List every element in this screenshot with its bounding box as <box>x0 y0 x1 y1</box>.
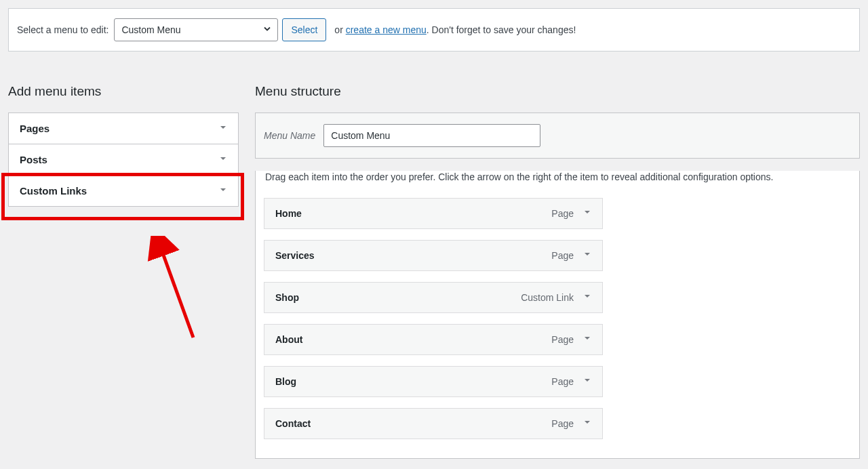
select-menu-label: Select a menu to edit: <box>17 24 108 35</box>
caret-down-icon[interactable] <box>583 250 591 260</box>
menu-items-list: Home Page Services Page Shop Custom Link… <box>264 198 603 439</box>
accordion-custom-links[interactable]: Custom Links <box>9 176 238 206</box>
menu-item-title: Blog <box>275 376 296 387</box>
menu-structure-title: Menu structure <box>255 84 860 99</box>
menu-name-row: Menu Name <box>255 113 860 159</box>
menu-name-label: Menu Name <box>264 130 315 141</box>
menu-item[interactable]: Contact Page <box>264 408 603 439</box>
menu-item-type: Page <box>551 376 574 387</box>
caret-down-icon[interactable] <box>583 376 591 386</box>
menu-item[interactable]: About Page <box>264 324 603 355</box>
menu-item-type: Custom Link <box>521 292 574 303</box>
caret-down-icon[interactable] <box>583 418 591 428</box>
menu-item-title: Shop <box>275 292 299 303</box>
save-reminder-text: . Don't forget to save your changes! <box>427 24 576 35</box>
accordion-label: Posts <box>20 154 47 165</box>
caret-down-icon[interactable] <box>583 292 591 302</box>
caret-down-icon <box>219 186 227 196</box>
menu-select-bar: Select a menu to edit: Custom Menu Selec… <box>8 8 860 52</box>
menu-item-title: Services <box>275 250 315 261</box>
drag-instructions: Drag each item into the order you prefer… <box>265 171 850 184</box>
add-menu-items-title: Add menu items <box>8 84 239 99</box>
menu-select-dropdown[interactable]: Custom Menu <box>114 18 278 41</box>
accordion-posts[interactable]: Posts <box>9 144 238 176</box>
caret-down-icon <box>219 123 227 134</box>
accordion-label: Pages <box>20 123 50 134</box>
menu-item-type: Page <box>551 334 574 345</box>
menu-item-type: Page <box>551 418 574 429</box>
add-items-accordion: Pages Posts Custom Links <box>8 113 239 207</box>
accordion-label: Custom Links <box>20 185 87 197</box>
menu-item[interactable]: Home Page <box>264 198 603 229</box>
menu-item[interactable]: Shop Custom Link <box>264 282 603 313</box>
caret-down-icon[interactable] <box>583 334 591 344</box>
menu-item-title: Contact <box>275 418 311 429</box>
caret-down-icon <box>219 155 227 165</box>
create-new-menu-link[interactable]: create a new menu <box>346 24 427 35</box>
select-button[interactable]: Select <box>282 18 326 41</box>
menu-item[interactable]: Services Page <box>264 240 603 271</box>
menu-structure-body: Drag each item into the order you prefer… <box>255 171 860 459</box>
menu-item-type: Page <box>551 208 574 219</box>
menu-item-title: Home <box>275 208 302 219</box>
menu-item-type: Page <box>551 250 574 261</box>
menu-item-title: About <box>275 334 302 345</box>
menu-item[interactable]: Blog Page <box>264 366 603 397</box>
accordion-pages[interactable]: Pages <box>9 113 238 144</box>
or-text: or create a new menu. Don't forget to sa… <box>334 24 576 35</box>
caret-down-icon[interactable] <box>583 208 591 218</box>
menu-name-input[interactable] <box>323 124 540 147</box>
